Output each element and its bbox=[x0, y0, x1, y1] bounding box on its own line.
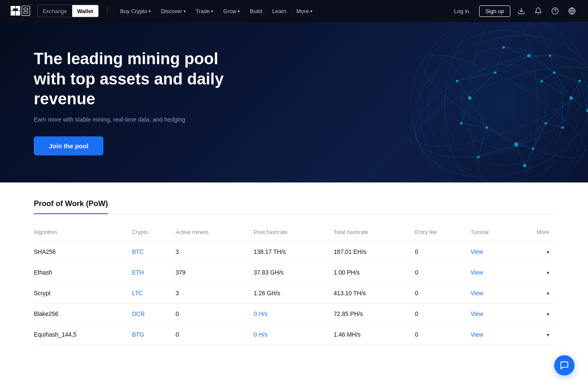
cell-total-hashrate: 413.10 TH/s bbox=[334, 283, 415, 304]
join-pool-button[interactable]: Join the pool bbox=[34, 136, 103, 155]
download-icon[interactable] bbox=[515, 5, 527, 17]
cell-more[interactable]: ▾ bbox=[518, 262, 554, 283]
cell-active-miners: 379 bbox=[176, 262, 254, 283]
cell-pool-hashrate: 138.17 TH/s bbox=[254, 242, 334, 262]
col-active-miners: Active miners bbox=[176, 223, 254, 242]
cell-entry-fee: 0 bbox=[415, 262, 471, 283]
svg-rect-4 bbox=[16, 11, 20, 16]
cell-tutorial-link[interactable]: View bbox=[471, 242, 518, 262]
chevron-down-icon[interactable]: ▾ bbox=[547, 311, 549, 317]
nav-more[interactable]: More ▾ bbox=[292, 5, 317, 17]
exchange-wallet-toggle[interactable]: Exchange Wallet bbox=[37, 5, 99, 17]
cell-active-miners: 0 bbox=[176, 324, 254, 345]
section-divider bbox=[34, 214, 554, 215]
table-row: Blake256 DCR 0 0 H/s 72.85 PH/s 0 View ▾ bbox=[34, 304, 554, 324]
chevron-down-icon: ▾ bbox=[238, 9, 240, 14]
nav-learn[interactable]: Learn bbox=[268, 5, 290, 17]
cell-entry-fee: 0 bbox=[415, 304, 471, 324]
svg-rect-6 bbox=[24, 8, 28, 10]
wallet-tab[interactable]: Wallet bbox=[72, 5, 98, 17]
cell-entry-fee: 0 bbox=[415, 324, 471, 345]
chevron-down-icon: ▾ bbox=[149, 9, 151, 14]
cell-more[interactable]: ▾ bbox=[518, 283, 554, 304]
col-algorithm: Algorithm bbox=[34, 223, 132, 242]
cell-algorithm: Equihash_144,5 bbox=[34, 324, 132, 345]
hero-subtitle: Earn more with stable mining, real-time … bbox=[34, 116, 287, 123]
svg-rect-5 bbox=[22, 6, 30, 16]
nav-buy-crypto[interactable]: Buy Crypto ▾ bbox=[116, 5, 155, 17]
bell-icon[interactable] bbox=[532, 5, 544, 17]
cell-tutorial-link[interactable]: View bbox=[471, 262, 518, 283]
chevron-down-icon[interactable]: ▾ bbox=[547, 270, 549, 276]
nav-links: Buy Crypto ▾ Discover ▾ Trade ▾ Grow ▾ B… bbox=[116, 5, 451, 17]
nav-right: Log in. Sign up bbox=[451, 5, 578, 17]
cell-entry-fee: 0 bbox=[415, 242, 471, 262]
question-icon[interactable] bbox=[549, 5, 561, 17]
col-entry-fee: Entry fee bbox=[415, 223, 471, 242]
cell-crypto: BTC bbox=[132, 242, 176, 262]
table-row: Scrypt LTC 3 1.26 GH/s 413.10 TH/s 0 Vie… bbox=[34, 283, 554, 304]
hero-title: The leading mining pool with top assets … bbox=[34, 49, 287, 109]
nav-discover[interactable]: Discover ▾ bbox=[157, 5, 190, 17]
cell-more[interactable]: ▾ bbox=[518, 242, 554, 262]
chevron-down-icon: ▾ bbox=[184, 9, 186, 14]
navbar: Exchange Wallet Buy Crypto ▾ Discover ▾ … bbox=[0, 0, 588, 22]
cell-total-hashrate: 72.85 PH/s bbox=[334, 304, 415, 324]
cell-crypto: BTG bbox=[132, 324, 176, 345]
cell-algorithm: Ethash bbox=[34, 262, 132, 283]
col-pool-hashrate: Pool hashrate bbox=[254, 223, 334, 242]
cell-pool-hashrate: 0 H/s bbox=[254, 304, 334, 324]
cell-total-hashrate: 1.00 PH/s bbox=[334, 262, 415, 283]
cell-tutorial-link[interactable]: View bbox=[471, 283, 518, 304]
cell-pool-hashrate: 1.26 GH/s bbox=[254, 283, 334, 304]
hero-section: The leading mining pool with top assets … bbox=[0, 22, 588, 182]
cell-pool-hashrate: 0 H/s bbox=[254, 324, 334, 345]
svg-rect-3 bbox=[11, 11, 15, 16]
cell-algorithm: SHA256 bbox=[34, 242, 132, 262]
cell-total-hashrate: 1.46 MH/s bbox=[334, 324, 415, 345]
col-tutorial: Tutorial bbox=[471, 223, 518, 242]
nav-grow[interactable]: Grow ▾ bbox=[219, 5, 244, 17]
cell-algorithm: Blake256 bbox=[34, 304, 132, 324]
table-row: Equihash_144,5 BTG 0 0 H/s 1.46 MH/s 0 V… bbox=[34, 324, 554, 345]
cell-more[interactable]: ▾ bbox=[518, 304, 554, 324]
chevron-down-icon[interactable]: ▾ bbox=[547, 332, 549, 338]
chevron-down-icon[interactable]: ▾ bbox=[547, 291, 549, 297]
chevron-down-icon: ▾ bbox=[211, 9, 213, 14]
cell-total-hashrate: 187.01 EH/s bbox=[334, 242, 415, 262]
nav-trade[interactable]: Trade ▾ bbox=[192, 5, 217, 17]
cell-entry-fee: 0 bbox=[415, 283, 471, 304]
cell-crypto: DCR bbox=[132, 304, 176, 324]
cell-pool-hashrate: 37.83 GH/s bbox=[254, 262, 334, 283]
table-row: Ethash ETH 379 37.83 GH/s 1.00 PH/s 0 Vi… bbox=[34, 262, 554, 283]
login-button[interactable]: Log in. bbox=[451, 6, 474, 16]
col-total-hashrate: Total hashrate bbox=[334, 223, 415, 242]
cell-active-miners: 0 bbox=[176, 304, 254, 324]
chevron-down-icon: ▾ bbox=[310, 9, 312, 14]
signup-button[interactable]: Sign up bbox=[479, 5, 510, 17]
col-crypto: Crypto bbox=[132, 223, 176, 242]
table-header-row: Algorithm Crypto Active miners Pool hash… bbox=[34, 223, 554, 242]
cell-more[interactable]: ▾ bbox=[518, 324, 554, 345]
hero-content: The leading mining pool with top assets … bbox=[34, 49, 287, 155]
nav-build[interactable]: Build bbox=[246, 5, 266, 17]
cell-crypto: LTC bbox=[132, 283, 176, 304]
chevron-down-icon[interactable]: ▾ bbox=[547, 249, 549, 255]
svg-rect-7 bbox=[24, 11, 28, 14]
col-more: More bbox=[518, 223, 554, 242]
globe-icon[interactable] bbox=[566, 5, 578, 17]
cell-active-miners: 3 bbox=[176, 283, 254, 304]
nav-divider bbox=[107, 7, 108, 15]
cell-active-miners: 3 bbox=[176, 242, 254, 262]
cell-tutorial-link[interactable]: View bbox=[471, 324, 518, 345]
svg-point-13 bbox=[411, 22, 588, 182]
cell-tutorial-link[interactable]: View bbox=[471, 304, 518, 324]
exchange-tab[interactable]: Exchange bbox=[38, 5, 72, 17]
chat-button[interactable] bbox=[554, 355, 574, 375]
content-area: Proof of Work (PoW) Algorithm Crypto Act… bbox=[0, 182, 588, 379]
cell-algorithm: Scrypt bbox=[34, 283, 132, 304]
table-row: SHA256 BTC 3 138.17 TH/s 187.01 EH/s 0 V… bbox=[34, 242, 554, 262]
logo[interactable] bbox=[10, 5, 30, 17]
pow-section-title: Proof of Work (PoW) bbox=[34, 199, 108, 214]
pow-table: Algorithm Crypto Active miners Pool hash… bbox=[34, 223, 554, 345]
